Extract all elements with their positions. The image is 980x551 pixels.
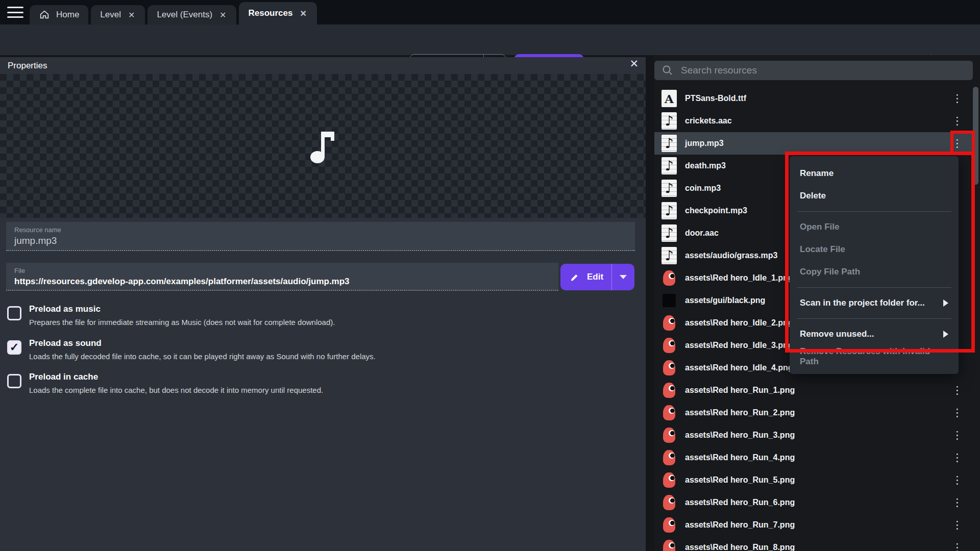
- resource-name: PTSans-Bold.ttf: [685, 94, 746, 103]
- context-menu-item[interactable]: Open File: [790, 216, 959, 238]
- edit-dropdown-button[interactable]: [612, 275, 634, 279]
- context-menu-item[interactable]: Delete: [790, 185, 959, 207]
- resource-file-icon: [663, 472, 675, 488]
- context-menu-item-label: Locate File: [800, 244, 845, 255]
- resource-row[interactable]: assets\Red hero_Run_5.png ⋮: [654, 469, 974, 491]
- search-input[interactable]: [681, 65, 973, 76]
- resource-file-icon: [663, 383, 675, 398]
- kebab-menu-icon[interactable]: ⋮: [952, 92, 963, 105]
- resource-file-icon: [662, 90, 677, 107]
- resource-file-icon: [663, 315, 675, 331]
- edit-button[interactable]: Edit: [560, 264, 634, 290]
- context-menu-item[interactable]: Scan in the project folder for...: [790, 292, 959, 314]
- checkbox-label[interactable]: Preload as music: [29, 304, 335, 314]
- tab-level-events[interactable]: Level (Events) ✕: [148, 5, 236, 24]
- tab-level[interactable]: Level ✕: [91, 5, 145, 24]
- kebab-menu-icon[interactable]: ⋮: [952, 407, 963, 419]
- context-menu-item[interactable]: Rename: [790, 162, 959, 185]
- context-menu-item[interactable]: Locate File: [790, 238, 959, 261]
- close-icon[interactable]: ✕: [218, 10, 227, 20]
- tab-label: Level: [100, 10, 121, 20]
- context-menu-item-label: Delete: [800, 191, 826, 201]
- checkbox-label[interactable]: Preload in cache: [29, 372, 323, 382]
- resource-row[interactable]: assets\Red hero_Run_2.png ⋮: [654, 402, 974, 424]
- resource-row[interactable]: jump.mp3 ⋮: [654, 132, 974, 155]
- scrollbar-thumb[interactable]: [973, 87, 978, 185]
- context-menu-item[interactable]: Copy File Path: [790, 261, 959, 283]
- context-menu-item[interactable]: Remove unused...: [790, 323, 959, 345]
- resource-file-icon: [663, 405, 675, 420]
- close-icon[interactable]: ✕: [299, 9, 307, 18]
- kebab-menu-icon[interactable]: ⋮: [952, 429, 963, 441]
- checkbox-label[interactable]: Preload as sound: [29, 338, 376, 348]
- checkbox-unchecked[interactable]: [7, 374, 21, 388]
- context-menu-item-label: Rename: [800, 168, 834, 179]
- file-field[interactable]: File https://resources.gdevelop-app.com/…: [6, 263, 558, 291]
- search-box[interactable]: [654, 61, 973, 80]
- kebab-menu-icon[interactable]: ⋮: [952, 541, 963, 551]
- pencil-icon: [570, 272, 580, 282]
- resource-preview-area: [0, 74, 646, 218]
- resource-row[interactable]: assets\Red hero_Run_8.png ⋮: [654, 536, 974, 551]
- kebab-menu-icon[interactable]: ⋮: [952, 452, 963, 464]
- resource-file-icon: [662, 202, 677, 219]
- resource-name: assets\Red hero_Idle_4.png: [685, 363, 793, 372]
- resource-name: assets\Red hero_Run_8.png: [685, 543, 795, 551]
- kebab-menu-icon[interactable]: ⋮: [952, 137, 963, 149]
- tab-resources[interactable]: Resources ✕: [239, 2, 316, 24]
- resource-name: assets\Red hero_Idle_2.png: [685, 318, 793, 328]
- checkbox-description: Loads the fully decoded file into cache,…: [29, 352, 376, 361]
- resource-file-icon: [662, 224, 677, 242]
- resource-name: assets\Red hero_Run_2.png: [685, 408, 795, 417]
- kebab-menu-icon[interactable]: ⋮: [952, 496, 963, 509]
- tabs: Home Level ✕ Level (Events) ✕ Resources …: [30, 2, 320, 24]
- resource-row[interactable]: assets\Red hero_Run_4.png ⋮: [654, 446, 974, 469]
- resource-name: jump.mp3: [685, 139, 724, 148]
- resource-name: door.aac: [685, 229, 719, 238]
- tab-label: Resources: [248, 8, 292, 18]
- resource-name: assets\Red hero_Idle_1.png: [685, 273, 793, 283]
- resource-file-icon: [663, 294, 676, 307]
- context-menu-item[interactable]: [797, 287, 951, 288]
- resource-row[interactable]: assets\Red hero_Run_7.png ⋮: [654, 514, 974, 536]
- resource-row[interactable]: assets\Red hero_Run_6.png ⋮: [654, 491, 974, 514]
- checkbox-checked[interactable]: ✓: [7, 340, 21, 355]
- resource-row[interactable]: assets\Red hero_Run_1.png ⋮: [654, 379, 974, 402]
- field-label: Resource name: [14, 226, 627, 234]
- kebab-menu-icon[interactable]: ⋮: [952, 519, 963, 531]
- hamburger-menu-icon[interactable]: [7, 7, 23, 18]
- context-menu-item[interactable]: [797, 211, 951, 212]
- resource-name: assets\Red hero_Run_3.png: [685, 431, 795, 440]
- kebab-menu-icon[interactable]: ⋮: [952, 474, 963, 486]
- resource-row[interactable]: PTSans-Bold.ttf ⋮: [654, 87, 974, 110]
- resource-file-icon: [662, 180, 677, 197]
- toolbar: Preview Publish: [0, 24, 980, 55]
- close-icon[interactable]: ✕: [127, 10, 136, 20]
- close-icon[interactable]: ✕: [629, 58, 639, 69]
- kebab-menu-icon[interactable]: ⋮: [952, 384, 963, 396]
- resource-row[interactable]: crickets.aac ⋮: [654, 110, 974, 132]
- tab-home[interactable]: Home: [30, 5, 88, 24]
- resource-name: checkpoint.mp3: [685, 206, 747, 215]
- tab-label: Home: [56, 10, 79, 20]
- edit-button-label: Edit: [587, 272, 603, 282]
- resource-file-icon: [663, 540, 675, 551]
- resource-file-icon: [663, 517, 675, 533]
- field-label: File: [14, 267, 550, 274]
- resource-file-icon: [663, 360, 675, 375]
- resource-file-icon: [663, 428, 675, 443]
- resource-name-field[interactable]: Resource name jump.mp3: [6, 222, 635, 251]
- resource-name: assets/audio/grass.mp3: [685, 251, 777, 260]
- kebab-menu-icon[interactable]: ⋮: [952, 115, 963, 127]
- context-menu-item[interactable]: Remove Resources with Invalid Path: [790, 345, 959, 368]
- context-menu-item-label: Remove unused...: [800, 329, 874, 339]
- resource-row[interactable]: assets\Red hero_Run_3.png ⋮: [654, 424, 974, 446]
- chevron-down-icon: [620, 275, 627, 279]
- context-menu-item[interactable]: [797, 318, 951, 319]
- properties-header: Properties ✕: [0, 57, 646, 74]
- gdevelop-window: Home Level ✕ Level (Events) ✕ Resources …: [0, 0, 980, 551]
- resource-name: assets\Red hero_Run_7.png: [685, 520, 795, 530]
- checkbox-description: Prepares the file for immediate streamin…: [29, 318, 335, 327]
- checkbox-unchecked[interactable]: [7, 306, 21, 320]
- resource-file-icon: [662, 157, 677, 174]
